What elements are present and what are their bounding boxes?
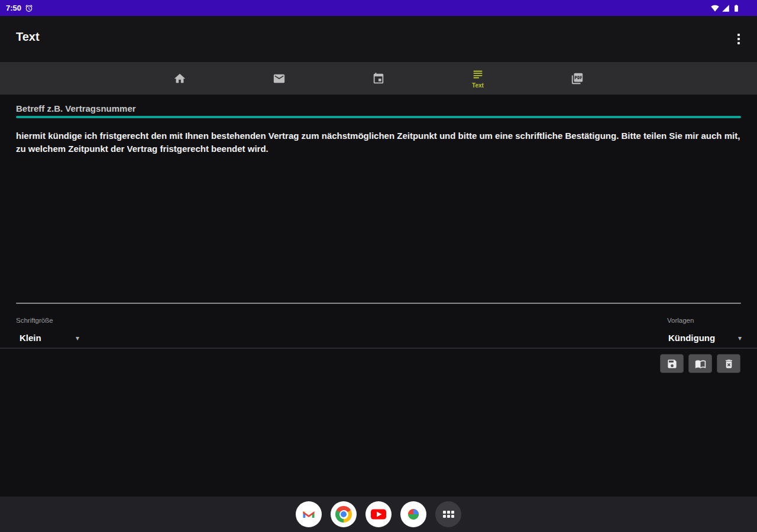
body-textarea[interactable]: hiermit kündige ich fristgerecht den mit… xyxy=(16,129,741,155)
font-size-label: Schriftgröße xyxy=(16,317,53,324)
delete-icon xyxy=(723,358,735,369)
pdf-icon xyxy=(571,72,584,85)
chrome-app-icon[interactable] xyxy=(331,501,357,527)
templates-select[interactable]: Kündigung xyxy=(668,333,715,343)
templates-book-button[interactable] xyxy=(688,354,712,373)
app-bar: Text xyxy=(0,16,757,62)
screen: 7:50 Text Text Betreff z.B. xyxy=(0,0,757,532)
alarm-icon xyxy=(25,4,33,12)
divider xyxy=(0,348,757,349)
status-time: 7:50 xyxy=(6,4,21,12)
calendar-icon xyxy=(372,72,385,85)
tab-text[interactable]: Text xyxy=(428,62,528,95)
chevron-down-icon[interactable]: ▾ xyxy=(738,334,742,342)
delete-button[interactable] xyxy=(717,354,740,373)
tab-home[interactable] xyxy=(130,62,229,95)
book-icon xyxy=(695,358,706,369)
text-lines-icon xyxy=(471,68,484,81)
save-button[interactable] xyxy=(660,354,684,373)
dock xyxy=(0,497,757,532)
youtube-app-icon[interactable] xyxy=(365,501,392,527)
page-title: Text xyxy=(16,30,40,44)
app-drawer-button[interactable] xyxy=(435,501,461,527)
status-bar: 7:50 xyxy=(0,0,757,16)
gmail-app-icon[interactable] xyxy=(296,501,322,527)
cellular-icon xyxy=(722,4,730,12)
tab-mail[interactable] xyxy=(229,62,329,95)
font-size-select[interactable]: Klein xyxy=(20,333,41,343)
mail-icon xyxy=(273,72,286,85)
tab-bar: Text xyxy=(0,62,757,95)
tab-date[interactable] xyxy=(329,62,428,95)
tab-pdf[interactable] xyxy=(528,62,627,95)
subject-underline xyxy=(16,116,741,118)
subject-input[interactable]: Betreff z.B. Vertragsnummer xyxy=(16,103,136,113)
templates-label: Vorlagen xyxy=(667,317,694,324)
photos-app-icon[interactable] xyxy=(400,501,426,527)
home-icon xyxy=(173,72,186,85)
textarea-underline xyxy=(16,303,741,304)
save-icon xyxy=(667,358,678,369)
wifi-icon xyxy=(711,4,719,12)
grid-icon xyxy=(443,511,454,518)
kebab-menu-icon[interactable] xyxy=(733,29,744,49)
battery-icon xyxy=(732,4,740,12)
tab-text-label: Text xyxy=(472,82,484,89)
chevron-down-icon[interactable]: ▾ xyxy=(76,334,79,342)
